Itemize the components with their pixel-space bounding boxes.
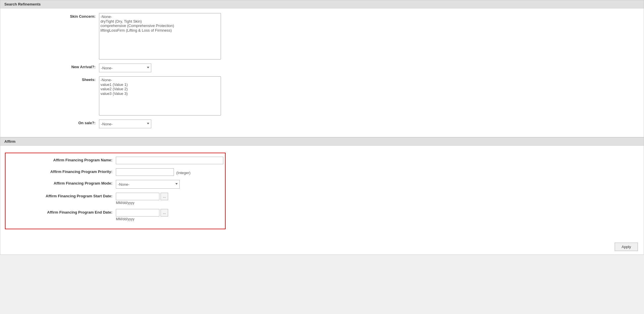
affirm-priority-input[interactable] — [116, 168, 174, 176]
skin-concern-label: Skin Concern: — [6, 13, 99, 19]
affirm-start-date-label: Affirm Financing Program Start Date: — [11, 193, 116, 198]
new-arrival-control: -None- Yes No — [99, 64, 151, 72]
sheets-option-3: value3 (Value 3) — [100, 91, 220, 96]
affirm-end-date-input-row: ... — [116, 209, 168, 216]
affirm-end-date-row: Affirm Financing Program End Date: ... M… — [6, 209, 225, 221]
affirm-name-control — [116, 157, 223, 164]
affirm-name-label: Affirm Financing Program Name: — [11, 157, 116, 162]
on-sale-label: On sale?: — [6, 120, 99, 125]
affirm-mode-control: -None- — [116, 180, 180, 189]
apply-button[interactable]: Apply — [615, 243, 638, 251]
affirm-mode-label: Affirm Financing Program Mode: — [11, 180, 116, 185]
affirm-name-row: Affirm Financing Program Name: — [6, 157, 225, 164]
affirm-start-date-row: Affirm Financing Program Start Date: ...… — [6, 193, 225, 205]
on-sale-control: -None- Yes No — [99, 120, 151, 128]
skin-concern-option-1: dryTight (Dry, Tight Skin) — [100, 19, 220, 24]
skin-concern-option-2: comprehensive (Comprehensive Protection) — [100, 24, 220, 28]
affirm-end-date-picker-button[interactable]: ... — [161, 209, 168, 216]
affirm-priority-hint: (Integer) — [174, 169, 190, 175]
apply-row: Apply — [0, 239, 644, 255]
affirm-end-date-label: Affirm Financing Program End Date: — [11, 209, 116, 214]
new-arrival-label: New Arrival?: — [6, 64, 99, 69]
search-refinements-title: Search Refinements — [4, 2, 41, 6]
affirm-header: Affirm — [0, 138, 644, 146]
sheets-option-1: value1 (Value 1) — [100, 82, 220, 87]
affirm-start-date-input-row: ... — [116, 193, 168, 200]
search-refinements-body: Skin Concern: -None- dryTight (Dry, Tigh… — [0, 8, 644, 137]
sheets-label: Sheets: — [6, 76, 99, 82]
search-refinements-header: Search Refinements — [0, 0, 644, 8]
new-arrival-select-wrapper: -None- Yes No — [99, 64, 151, 72]
affirm-start-date-picker-button[interactable]: ... — [161, 193, 168, 200]
search-refinements-section: Search Refinements Skin Concern: -None- … — [0, 0, 644, 137]
affirm-priority-label: Affirm Financing Program Priority: — [11, 168, 116, 174]
affirm-mode-row: Affirm Financing Program Mode: -None- — [6, 180, 225, 189]
skin-concern-row: Skin Concern: -None- dryTight (Dry, Tigh… — [0, 13, 644, 59]
page-wrapper: Search Refinements Skin Concern: -None- … — [0, 0, 644, 314]
affirm-end-date-input[interactable] — [116, 209, 159, 216]
affirm-section: Affirm Affirm Financing Program Name: Af… — [0, 137, 644, 255]
on-sale-row: On sale?: -None- Yes No — [0, 120, 644, 128]
affirm-priority-row: Affirm Financing Program Priority: (Inte… — [6, 168, 225, 176]
affirm-start-date-format: MM/dd/yyyy — [116, 201, 134, 205]
affirm-outlined-box: Affirm Financing Program Name: Affirm Fi… — [5, 153, 226, 229]
sheets-row: Sheets: -None- value1 (Value 1) value2 (… — [0, 76, 644, 116]
skin-concern-option-none: -None- — [100, 15, 220, 19]
skin-concern-option-3: liftingLossFirm (Lifting & Loss of Firmn… — [100, 28, 220, 33]
skin-concern-control: -None- dryTight (Dry, Tight Skin) compre… — [99, 13, 221, 59]
sheets-listbox[interactable]: -None- value1 (Value 1) value2 (Value 2)… — [99, 76, 221, 116]
on-sale-dropdown[interactable]: -None- Yes No — [99, 120, 151, 128]
affirm-end-date-control: ... MM/dd/yyyy — [116, 209, 168, 221]
sheets-option-2: value2 (Value 2) — [100, 87, 220, 91]
affirm-title: Affirm — [4, 139, 15, 144]
affirm-mode-select-wrapper: -None- — [116, 180, 180, 189]
affirm-start-date-input[interactable] — [116, 193, 159, 200]
affirm-start-date-control: ... MM/dd/yyyy — [116, 193, 168, 205]
affirm-name-input[interactable] — [116, 157, 223, 164]
affirm-priority-control: (Integer) — [116, 168, 190, 176]
affirm-end-date-format: MM/dd/yyyy — [116, 217, 134, 221]
affirm-mode-dropdown[interactable]: -None- — [116, 180, 180, 189]
affirm-body: Affirm Financing Program Name: Affirm Fi… — [0, 146, 644, 236]
sheets-control: -None- value1 (Value 1) value2 (Value 2)… — [99, 76, 221, 116]
on-sale-select-wrapper: -None- Yes No — [99, 120, 151, 128]
skin-concern-listbox[interactable]: -None- dryTight (Dry, Tight Skin) compre… — [99, 13, 221, 59]
new-arrival-row: New Arrival?: -None- Yes No — [0, 64, 644, 72]
sheets-option-none: -None- — [100, 78, 220, 82]
new-arrival-dropdown[interactable]: -None- Yes No — [99, 64, 151, 72]
